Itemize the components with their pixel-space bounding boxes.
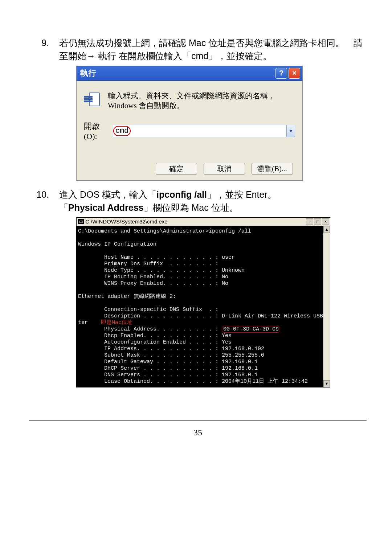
run-dialog-title: 執行 [80,68,96,79]
step-9-number: 9. [29,36,59,63]
cmd-ter: ter [78,320,88,326]
run-dialog-message: 輸入程式、資料夾、文件或網際網路資源的名稱， Windows 會自動開啟。 [108,91,275,111]
cmd-title-text: C:\WINDOWS\System32\cmd.exe [85,218,168,225]
step-10-text: 進入 DOS 模式，輸入「ipconfig /all」，並按 Enter。 「P… [59,188,367,214]
cmd-output[interactable]: C:\Documents and Settings\Administrator>… [77,226,323,387]
cmd-icon: c:\ [78,219,84,224]
step9-text-b: 執行 在開啟欄位輸入「cmd」，並按確定。 [95,51,272,61]
cmd-window: c:\ C:\WINDOWS\System32\cmd.exe - □ × C:… [76,217,330,387]
scroll-down-button[interactable]: ▼ [323,380,330,387]
cmd-e1: Connection-specific DNS Suffix . : [78,307,219,313]
open-label: 開啟(O): [84,121,113,141]
open-combobox[interactable]: cmd ▾ [113,125,295,137]
cmd-e2: Description . . . . . . . . . . . : D-Li… [78,313,323,319]
s10-a: 進入 DOS 模式，輸入「 [59,189,156,200]
step-10-number: 10. [29,188,59,214]
s10-b: 」，並按 Enter。 [207,189,277,200]
cmd-e8: Default Gateway . . . . . . . . . : 192.… [78,359,258,365]
right-arrow-icon: → [86,51,95,61]
close-button[interactable]: × [289,68,300,79]
cmd-scrollbar[interactable]: ▲ ▼ [323,226,330,387]
step-9-text: 若仍無法成功撥號上網，請確認 Mac 位址是否與您電腦之網路卡相同。 請至開始→… [59,36,367,63]
s10-d: 」欄位即為 Mac 位址。 [144,202,238,213]
s10-phys: Physical Address [68,202,144,213]
cmd-eth: Ethernet adapter 無線網路連線 2: [78,294,176,300]
mac-address-highlight: 00-0F-3D-CA-3D-C9 [222,326,280,333]
cmd-l3: Node Type . . . . . . . . . . . . : Unkn… [78,267,245,274]
cmd-e3a: Physical Address. . . . . . . . . : [78,326,222,332]
cmd-l5: WINS Proxy Enabled. . . . . . . . : No [78,280,228,287]
help-button[interactable]: ? [275,68,287,79]
scroll-up-button[interactable]: ▲ [323,226,330,233]
step-10: 10. 進入 DOS 模式，輸入「ipconfig /all」，並按 Enter… [29,188,367,214]
cmd-e4: Dhcp Enabled. . . . . . . . . . . : Yes [78,333,232,339]
step-9: 9. 若仍無法成功撥號上網，請確認 Mac 位址是否與您電腦之網路卡相同。 請至… [29,36,367,63]
cmd-e6: IP Address. . . . . . . . . . . . : 192.… [78,346,264,352]
s10-c: 「 [59,202,68,213]
cmd-hdr: Windows IP Configuration [78,241,156,247]
s10-cmd: ipconfig /all [156,189,207,200]
cmd-e9: DHCP Server . . . . . . . . . . . : 192.… [78,365,258,372]
minimize-button[interactable]: - [306,218,313,225]
run-msg-line1: 輸入程式、資料夾、文件或網際網路資源的名稱， [108,91,275,101]
cmd-e11: Lease Obtained. . . . . . . . . . : 2004… [78,378,308,385]
open-value-highlight: cmd [113,126,131,136]
scroll-track[interactable] [323,233,330,380]
cmd-l2: Primary Dns Suffix . . . . . . . : [78,261,219,267]
cmd-l4: IP Routing Enabled. . . . . . . . : No [78,274,228,280]
cmd-l1: Host Name . . . . . . . . . . . . : user [78,254,235,260]
cmd-e5: Autoconfiguration Enabled . . . . : Yes [78,339,232,345]
run-msg-line2: Windows 會自動開啟。 [108,101,275,111]
ok-button[interactable]: 確定 [156,163,197,175]
browse-button[interactable]: 瀏覽(B)... [252,163,293,175]
cmd-titlebar[interactable]: c:\ C:\WINDOWS\System32\cmd.exe - □ × [77,218,330,226]
cancel-button[interactable]: 取消 [204,163,245,175]
cmd-prompt: C:\Documents and Settings\Administrator>… [78,228,251,234]
cmd-e10: DNS Servers . . . . . . . . . . . : 192.… [78,372,258,378]
mac-note: 即是Mac位址 [101,320,132,326]
footer-rule [29,420,367,420]
combobox-dropdown-button[interactable]: ▾ [286,125,295,137]
page-number: 35 [29,428,367,438]
run-dialog-icon [84,93,101,107]
cmd-close-button[interactable]: × [322,218,329,225]
run-dialog-titlebar[interactable]: 執行 ? × [77,66,302,81]
cmd-e7: Subnet Mask . . . . . . . . . . . : 255.… [78,352,264,358]
run-dialog: 執行 ? × 輸入程式、資料夾、文件或網際網路資源的名稱， Windows 會自… [76,66,303,181]
maximize-button[interactable]: □ [314,218,321,225]
